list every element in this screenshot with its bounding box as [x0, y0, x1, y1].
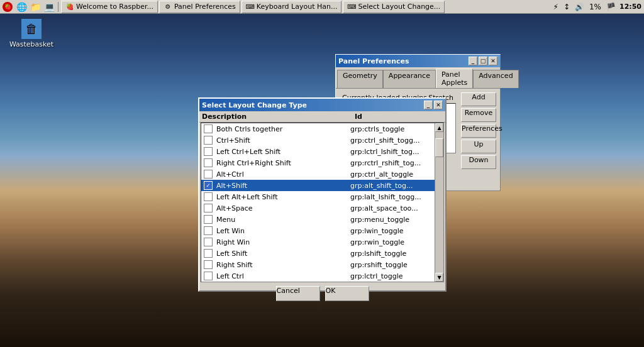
desc-right-win: Right Win	[216, 238, 350, 246]
cb-alt-space[interactable]	[204, 204, 213, 212]
desc-left-ctrl: Left Ctrl	[216, 272, 350, 280]
tab-advanced[interactable]: Advanced	[473, 70, 518, 88]
cb-rctrl-rshift[interactable]	[204, 158, 213, 167]
keyboard-btn[interactable]: ⌨ Keyboard Layout Han...	[242, 1, 342, 13]
select-layout-icon: ⌨	[347, 3, 356, 11]
id-alt-shift: grp:alt_shift_tog...	[350, 182, 432, 190]
cb-alt-ctrl[interactable]	[204, 170, 213, 179]
scroll-track	[435, 132, 443, 273]
row-rctrl-rshift[interactable]: Right Ctrl+Right Shift grp:rctrl_rshift_…	[201, 157, 435, 168]
row-alt-space[interactable]: Alt+Space grp:alt_space_too...	[201, 202, 435, 214]
flag-icon: 🏴	[605, 3, 617, 11]
desc-alt-ctrl: Alt+Ctrl	[216, 170, 350, 179]
panel-prefs-maximize[interactable]: □	[479, 57, 487, 65]
tab-advanced-label: Advanced	[479, 72, 513, 80]
ok-button[interactable]: OK	[325, 286, 369, 301]
id-ctrls-together: grp:ctrls_toggle	[350, 125, 432, 133]
scroll-down-arrow[interactable]: ▼	[435, 273, 443, 282]
desc-right-shift: Right Shift	[216, 261, 350, 269]
cb-alt-shift[interactable]: ✓	[204, 181, 213, 190]
tab-geometry[interactable]: Geometry	[337, 70, 383, 88]
preferences-button[interactable]: Preferences	[461, 124, 496, 138]
dialog-buttons: Cancel OK	[199, 282, 445, 304]
down-button[interactable]: Down	[461, 155, 496, 169]
panel-prefs-btn[interactable]: ⚙ Panel Preferences	[159, 1, 240, 13]
row-ctrl-shift[interactable]: Ctrl+Shift grp:ctrl_shift_togg...	[201, 135, 435, 146]
id-alt-space: grp:alt_space_too...	[350, 204, 432, 212]
panel-prefs-minimize[interactable]: _	[469, 57, 477, 65]
desc-alt-shift: Alt+Shift	[216, 182, 350, 190]
panel-prefs-titlebar[interactable]: Panel Preferences _ □ ✕	[336, 55, 500, 67]
folder-icon[interactable]: 📁	[29, 1, 42, 13]
panel-prefs-title: Panel Preferences	[338, 57, 409, 65]
cb-menu[interactable]	[204, 215, 213, 224]
row-left-win[interactable]: Left Win grp:lwin_toggle	[201, 225, 435, 236]
taskbar: 🍓 🌐 📁 💻 🍓 Welcome to Raspber... ⚙ Panel …	[0, 0, 644, 14]
select-layout-title: Select Layout Change Type	[202, 101, 307, 109]
welcome-btn-label: Welcome to Raspber...	[76, 3, 153, 11]
up-button[interactable]: Up	[461, 140, 496, 153]
id-alt-ctrl: grp:ctrl_alt_toggle	[350, 170, 432, 179]
cb-lctrl-lshift[interactable]	[204, 147, 213, 156]
volume-icon[interactable]: 🔊	[574, 3, 586, 11]
keyboard-icon: ⌨	[246, 3, 255, 11]
welcome-btn[interactable]: 🍓 Welcome to Raspber...	[61, 1, 158, 13]
cb-ctrls-together[interactable]	[204, 124, 213, 133]
tab-panel-applets[interactable]: Panel Applets	[436, 69, 473, 88]
dialog-scrollbar: ▲ ▼	[435, 123, 443, 282]
cb-left-ctrl[interactable]	[204, 272, 213, 280]
row-ctrls-together[interactable]: Both Ctrls together grp:ctrls_toggle	[201, 123, 435, 135]
network-icon[interactable]: ↕	[562, 3, 571, 11]
id-right-win: grp:rwin_toggle	[350, 238, 432, 246]
desc-alt-space: Alt+Space	[216, 204, 350, 212]
panel-prefs-close[interactable]: ✕	[489, 57, 497, 65]
id-header: Id	[355, 113, 443, 121]
bluetooth-icon[interactable]: ⚡	[552, 3, 559, 11]
plugin-buttons: Add Remove Preferences Up Down	[461, 92, 496, 169]
cb-left-shift[interactable]	[204, 249, 213, 258]
wastebasket-label: Wastebasket	[9, 40, 53, 48]
layout-close[interactable]: ✕	[434, 101, 443, 109]
desc-rctrl-rshift: Right Ctrl+Right Shift	[216, 159, 350, 167]
battery-label: 1%	[588, 3, 602, 11]
cancel-button[interactable]: Cancel	[276, 286, 320, 301]
row-lalt-lshift[interactable]: Left Alt+Left Shift grp:lalt_lshift_togg…	[201, 191, 435, 202]
panel-prefs-controls: _ □ ✕	[469, 57, 497, 65]
rpi-menu-icon[interactable]: 🍓	[1, 1, 14, 13]
row-right-shift[interactable]: Right Shift grp:rshift_toggle	[201, 259, 435, 270]
scroll-thumb[interactable]	[435, 138, 443, 157]
cb-right-win[interactable]	[204, 238, 213, 246]
desc-menu: Menu	[216, 216, 350, 224]
row-alt-ctrl[interactable]: Alt+Ctrl grp:ctrl_alt_toggle	[201, 168, 435, 180]
row-alt-shift[interactable]: ✓ Alt+Shift grp:alt_shift_tog...	[201, 180, 435, 191]
wastebasket-icon[interactable]: 🗑 Wastebasket	[13, 19, 50, 48]
select-layout-btn[interactable]: ⌨ Select Layout Change...	[343, 1, 445, 13]
desc-header: Description	[202, 113, 355, 121]
id-rctrl-rshift: grp:rctrl_rshift_tog...	[350, 159, 432, 167]
row-left-shift[interactable]: Left Shift grp:lshift_toggle	[201, 248, 435, 259]
row-menu[interactable]: Menu grp:menu_toggle	[201, 214, 435, 225]
id-ctrl-shift: grp:ctrl_shift_togg...	[350, 136, 432, 145]
keyboard-btn-label: Keyboard Layout Han...	[257, 3, 338, 11]
row-right-win[interactable]: Right Win grp:rwin_toggle	[201, 236, 435, 248]
cb-lalt-lshift[interactable]	[204, 192, 213, 201]
layout-minimize[interactable]: _	[424, 101, 433, 109]
desc-ctrl-shift: Ctrl+Shift	[216, 136, 350, 145]
scroll-up-arrow[interactable]: ▲	[435, 123, 443, 132]
tab-appearance[interactable]: Appearance	[383, 70, 436, 88]
desktop: 🍓 🌐 📁 💻 🍓 Welcome to Raspber... ⚙ Panel …	[0, 0, 644, 347]
cb-right-shift[interactable]	[204, 260, 213, 269]
remove-button[interactable]: Remove	[461, 108, 496, 122]
browser-icon[interactable]: 🌐	[15, 1, 28, 13]
select-layout-btn-label: Select Layout Change...	[358, 3, 440, 11]
row-left-ctrl[interactable]: Left Ctrl grp:lctrl_toggle	[201, 270, 435, 282]
cb-ctrl-shift[interactable]	[204, 136, 213, 145]
select-layout-controls: _ ✕	[424, 101, 443, 109]
terminal-icon[interactable]: 💻	[43, 1, 55, 13]
cb-left-win[interactable]	[204, 226, 213, 235]
desc-left-shift: Left Shift	[216, 250, 350, 258]
add-button[interactable]: Add	[461, 92, 496, 106]
row-lctrl-lshift[interactable]: Left Ctrl+Left Shift grp:lctrl_lshift_to…	[201, 146, 435, 157]
select-layout-titlebar[interactable]: Select Layout Change Type _ ✕	[199, 99, 445, 111]
id-menu: grp:menu_toggle	[350, 216, 432, 224]
